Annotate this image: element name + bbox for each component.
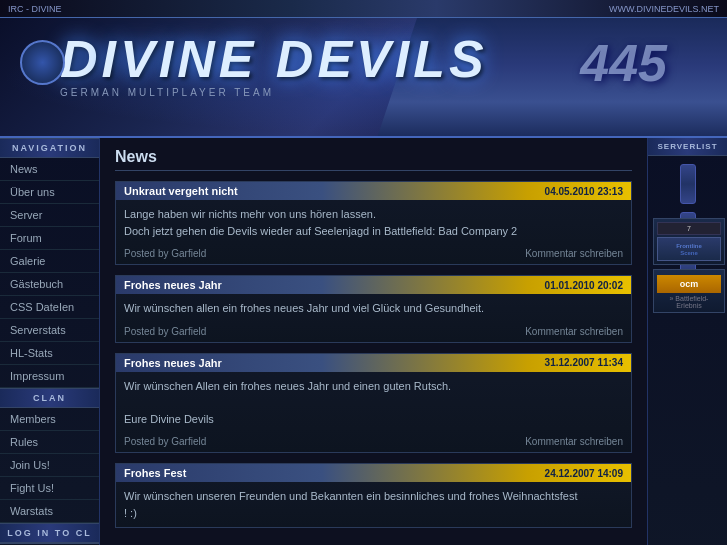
news-body-1: Wir wünschen allen ein frohes neues Jahr… — [116, 294, 631, 323]
left-sidebar: NAVIGATION News Über uns Server Forum Ga… — [0, 138, 100, 545]
news-comment-0[interactable]: Kommentar schreiben — [525, 248, 623, 259]
news-date-2: 31.12.2007 11:34 — [545, 357, 623, 368]
ship-number: 445 — [580, 33, 667, 93]
login-section-title: LOG IN TO Cl — [0, 523, 99, 543]
logo-text: DIVINE DEVILS — [60, 33, 488, 85]
news-posted-0: Posted by Garfield — [124, 248, 206, 259]
news-author-1[interactable]: Garfield — [171, 326, 206, 337]
frontlinescene-logo: Frontline Scene — [657, 237, 721, 261]
news-body-2: Wir wünschen Allen ein frohes neues Jahr… — [116, 372, 631, 434]
news-date-3: 24.12.2007 14:09 — [545, 468, 623, 479]
nav-item-galerie[interactable]: Galerie — [0, 250, 99, 273]
news-header-2: Frohes neues Jahr 31.12.2007 11:34 — [116, 354, 631, 372]
top-bar-left: IRC - DIVINE — [8, 4, 62, 14]
news-comment-2[interactable]: Kommentar schreiben — [525, 436, 623, 447]
news-comment-1[interactable]: Kommentar schreiben — [525, 326, 623, 337]
news-date-1: 01.01.2010 20:02 — [545, 280, 623, 291]
news-item-1: Frohes neues Jahr 01.01.2010 20:02 Wir w… — [115, 275, 632, 343]
header-banner: 445 DIVINE DEVILS GERMAN MULTIPLAYER TEA… — [0, 18, 727, 138]
logo-subtext: GERMAN MULTIPLAYER TEAM — [60, 87, 488, 98]
top-bar: IRC - DIVINE WWW.DIVINEDEVILS.NET — [0, 0, 727, 18]
news-posted-1: Posted by Garfield — [124, 326, 206, 337]
nav-item-ueber[interactable]: Über uns — [0, 181, 99, 204]
nav-item-hlstats[interactable]: HL-Stats — [0, 342, 99, 365]
nav-item-serverstats[interactable]: Serverstats — [0, 319, 99, 342]
nav-item-cssdateien[interactable]: CSS DateIen — [0, 296, 99, 319]
nav-item-forum[interactable]: Forum — [0, 227, 99, 250]
logo-icon — [20, 40, 65, 85]
news-posted-2: Posted by Garfield — [124, 436, 206, 447]
news-footer-2: Posted by Garfield Kommentar schreiben — [116, 433, 631, 452]
news-item-3: Frohes Fest 24.12.2007 14:09 Wir wünsche… — [115, 463, 632, 528]
news-body-3: Wir wünschen unseren Freunden und Bekann… — [116, 482, 631, 527]
sponsor-ocm: ocm » Battlefield-Erlebnis — [653, 269, 725, 313]
nav-item-members[interactable]: Members — [0, 408, 99, 431]
clan-section-title: CLAN — [0, 388, 99, 408]
news-footer-1: Posted by Garfield Kommentar schreiben — [116, 323, 631, 342]
news-title-3: Frohes Fest — [124, 467, 186, 479]
nav-item-server[interactable]: Server — [0, 204, 99, 227]
decorator-1 — [680, 164, 696, 204]
news-item-2: Frohes neues Jahr 31.12.2007 11:34 Wir w… — [115, 353, 632, 454]
news-author-0[interactable]: Garfield — [171, 248, 206, 259]
news-title-2: Frohes neues Jahr — [124, 357, 222, 369]
nav-item-gaestebuch[interactable]: Gästebuch — [0, 273, 99, 296]
news-title-1: Frohes neues Jahr — [124, 279, 222, 291]
news-header-3: Frohes Fest 24.12.2007 14:09 — [116, 464, 631, 482]
page-title: News — [115, 148, 632, 171]
nav-item-rules[interactable]: Rules — [0, 431, 99, 454]
header-logo: DIVINE DEVILS GERMAN MULTIPLAYER TEAM — [10, 28, 488, 98]
news-header-1: Frohes neues Jahr 01.01.2010 20:02 — [116, 276, 631, 294]
nav-item-impressum[interactable]: Impressum — [0, 365, 99, 388]
content-area: News Unkraut vergeht nicht 04.05.2010 23… — [100, 138, 647, 545]
top-bar-right: WWW.DIVINEDEVILS.NET — [609, 4, 719, 14]
nav-section-title: NAVIGATION — [0, 138, 99, 158]
sponsor-frontlinescene: 7 Frontline Scene — [653, 218, 725, 265]
news-footer-0: Posted by Garfield Kommentar schreiben — [116, 245, 631, 264]
right-sidebar: SERVERLIST 7 Frontline Scene ocm » Battl… — [647, 138, 727, 545]
news-date-0: 04.05.2010 23:13 — [545, 186, 623, 197]
nav-item-joinus[interactable]: Join Us! — [0, 454, 99, 477]
main-wrapper: NAVIGATION News Über uns Server Forum Ga… — [0, 138, 727, 545]
sponsor-box: 7 Frontline Scene ocm » Battlefield-Erle… — [653, 218, 725, 317]
nav-item-warstats[interactable]: Warstats — [0, 500, 99, 523]
nav-item-fightus[interactable]: Fight Us! — [0, 477, 99, 500]
nav-item-news[interactable]: News — [0, 158, 99, 181]
news-author-2[interactable]: Garfield — [171, 436, 206, 447]
news-item-0: Unkraut vergeht nicht 04.05.2010 23:13 L… — [115, 181, 632, 265]
news-title-0: Unkraut vergeht nicht — [124, 185, 238, 197]
ocm-logo: ocm — [657, 275, 721, 293]
news-header-0: Unkraut vergeht nicht 04.05.2010 23:13 — [116, 182, 631, 200]
serverlist-top-label: SERVERLIST — [648, 138, 727, 156]
news-body-0: Lange haben wir nichts mehr von uns höre… — [116, 200, 631, 245]
